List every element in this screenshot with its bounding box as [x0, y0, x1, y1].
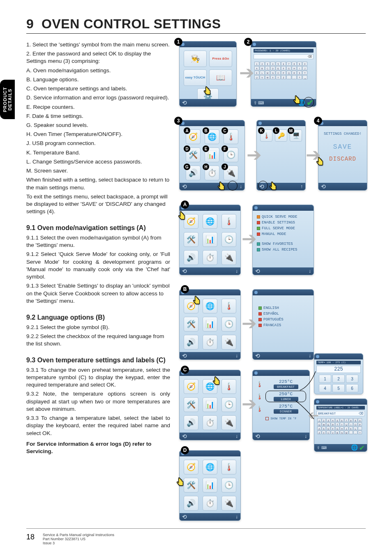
screen-language-list: ENGLISH ESPAÑOL PORTUGUÊS FRANCAIS ⟲↓ [252, 289, 314, 360]
number-pad: 123 456 [314, 373, 363, 394]
arrow-right-icon: ➔ [247, 150, 259, 163]
footer-line-2: Part Number 32Z3871 US [43, 537, 114, 541]
intro-1: 1. Select the 'settings' symbol from the… [26, 41, 170, 48]
mode-row-2: ENABLE SETTINGS [257, 220, 311, 226]
page-footer: 18 Service & Parts Manual original Instr… [26, 528, 366, 545]
screen-label-keyboard: TEMPERATURE LABEL=1 - 20 CHARS: BREAKFAS… [314, 398, 367, 452]
clear-icon: ⌫ [359, 412, 363, 415]
marker-a: A [181, 200, 189, 209]
clear-icon: ⌫ [308, 55, 312, 58]
hand-pointer-icon [174, 477, 187, 493]
screen-settings-menu-1: 🧭A 🌐B 🌡️C 🛠️D 📊E 🕒F 🔊G ⏱️H 🔌J ⟲↓ [179, 120, 245, 191]
easy-touch-button: easy TÓUCH [184, 69, 207, 86]
intro-exit: To exit the settings menu, select backsp… [26, 193, 170, 216]
heading-9-2: 9.2 Language options (B) [26, 313, 170, 322]
lang-row-4: FRANCAIS [258, 322, 284, 328]
settings-item-f: 🕒F [224, 147, 238, 162]
clock-icon: 🕒 [221, 232, 236, 247]
screen-password: PASSWORD: 1 - 20 (CHARS) ⌫ 1234567890 AB… [251, 41, 316, 107]
temp-value-1: 225°C [279, 379, 293, 384]
marker-4: 4 [314, 117, 322, 125]
speaker-icon: 🔊 [184, 250, 198, 265]
settings-item-a: 🧭A [186, 129, 201, 144]
note-service: For Service information & error logs (D)… [26, 440, 170, 455]
show-temp-f-label: SHOW TEMP IN °F [270, 417, 296, 420]
chapter-number: 9 [26, 16, 34, 31]
screen-select-b: 🧭🌐🌡️ 🛠️📊🕒 🔊⏱️🔌 ⟲↓ [179, 289, 241, 360]
intro-j: J. USB program connection. [26, 140, 170, 147]
hand-pointer-icon [210, 375, 224, 391]
p-9-3-2: 9.3.2 Note, the temperature options scre… [26, 390, 170, 413]
hand-pointer-icon [201, 85, 214, 101]
wrench-icon: 🛠️ [184, 232, 198, 247]
intro-l: L. Change Settings/Service access passwo… [26, 158, 170, 166]
footer-line-3: Issue 3 [43, 541, 114, 545]
mode-row-4: MANUAL MODE [257, 231, 311, 237]
p-9-2-2: 9.2.2 Select the checkbox of the require… [26, 333, 170, 348]
side-tab: PRODUCT DETAILS [0, 80, 15, 119]
temp-label-1: BREAKFAST [274, 385, 298, 389]
intro-d: D. Service information and error logs (p… [26, 94, 170, 101]
settings-item-c: 🌡️C [224, 129, 238, 144]
ok-check-icon: ✔ [307, 98, 314, 107]
globe-icon: 🌐 [203, 299, 217, 313]
connector-line [297, 370, 318, 394]
label-range-hint: TEMPERATURE LABEL=1 - 20 CHARS: [316, 406, 365, 410]
hand-pointer-icon [176, 210, 189, 226]
mode-row-3: FULL SERVE MODE [257, 226, 311, 231]
mode-row-5: SHOW FAVORITES [257, 241, 311, 247]
p-9-1-1: 9.1.1 Select the oven mode/navigation sy… [26, 234, 170, 249]
settings-item-k: 🌡️K [260, 129, 272, 142]
intro-g: G. Speaker sound levels. [26, 122, 170, 129]
hand-pointer-icon [314, 156, 327, 172]
p-9-2-1: 9.2.1 Select the globe symbol (B). [26, 324, 170, 331]
save-button: SAVE [318, 143, 367, 151]
arrow-right-icon: ➔ [242, 234, 254, 246]
book-icon: 📖 [209, 69, 232, 86]
hand-pointer-icon [267, 181, 280, 197]
temp-value-2: 250°C [279, 391, 293, 396]
marker-2: 2 [244, 38, 252, 46]
hand-pointer-icon [291, 94, 304, 111]
p-9-3-1: 9.3.1 To change the oven preheat tempera… [26, 366, 170, 389]
password-hint: PASSWORD: 1 - 20 (CHARS) [254, 49, 314, 53]
back-icon: ⟲ [321, 183, 326, 190]
p-9-1-2: 9.1.2 Select 'Quick Serve Mode' for cook… [26, 251, 170, 281]
screen-select-c: 🧭🌐🌡️ 🛠️📊🕒 🔊⏱️🔌 ⟲↓ [179, 370, 241, 440]
back-icon: ⟲ [259, 183, 264, 190]
onscreen-keyboard: 1234567890 QWERTYUIOP ASDFGHJKL: ZXCVBNM… [316, 417, 365, 435]
screen-temp-numpad: TEMP= 100 - 275 (C) 225 123 456 [314, 353, 363, 394]
figure-area: 1 👨‍🍳 Press &Go easy TÓUCH 📖 ⚙️ ⟲ ➔ 2 PA… [174, 41, 366, 457]
intro-b: B. Language options. [26, 76, 170, 83]
marker-b: B [181, 285, 189, 293]
thermometer-icon: 🌡️ [256, 381, 263, 387]
intro-k: K. Temperature Band. [26, 149, 170, 157]
timer-icon: ⏱️ [203, 250, 217, 265]
settings-item-l: 🔑L [275, 129, 287, 142]
screen-save-discard: SETTINGS CHANGED! SAVE DISCARD ⟲ [318, 120, 367, 191]
lang-row-2: ESPAÑOL [258, 311, 284, 317]
marker-c: C [181, 366, 189, 374]
counter-icon: 📊 [203, 232, 217, 247]
screen-settings-menu-2: 🌡️K 🔑L 🖥️M ⟲↑ [256, 120, 306, 191]
settings-item-m: 🖥️M [290, 129, 302, 142]
settings-item-e: 📊E [205, 147, 219, 162]
chef-hat-icon: 👨‍🍳 [184, 51, 207, 67]
intro-2: 2. Enter the password and select OK to d… [26, 50, 170, 65]
temp-value-3: 275°C [279, 404, 293, 409]
marker-d: D [181, 446, 189, 454]
up-arrow-icon: ↑ [300, 184, 303, 189]
intro-m: M. Screen saver. [26, 167, 170, 175]
settings-item-d: 🛠️D [186, 147, 201, 162]
body-text: 1. Select the 'settings' symbol from the… [26, 41, 170, 457]
usb-icon: 🔌 [221, 250, 236, 265]
page-number: 18 [26, 533, 35, 541]
thermometer-icon: 🌡️ [221, 214, 236, 229]
arrow-right-icon: ➔ [242, 399, 254, 412]
chapter-name: OVEN CONTROL SETTINGS [42, 16, 221, 31]
settings-changed-label: SETTINGS CHANGED! [318, 132, 367, 136]
connector-line [293, 398, 318, 423]
intro-e: E. Recipe counters. [26, 104, 170, 111]
label-display: BREAKFAST [318, 412, 336, 415]
lang-row-1: ENGLISH [258, 305, 284, 311]
